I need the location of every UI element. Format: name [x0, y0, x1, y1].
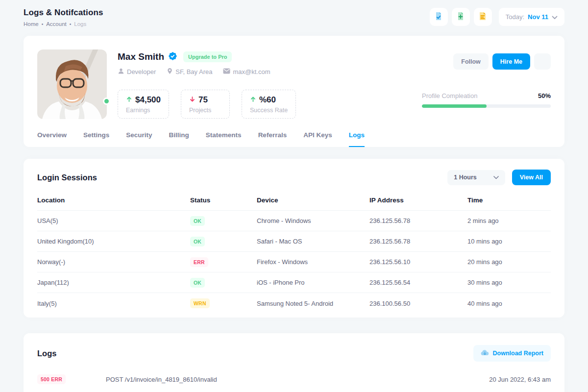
tab-referrals[interactable]: Referrals [258, 131, 287, 147]
column-time: Time [467, 196, 551, 204]
document-check-icon [434, 11, 443, 23]
logs-title: Logs [37, 349, 56, 358]
date-selector[interactable]: Today: Nov 11 [499, 8, 564, 26]
document-plus-button[interactable] [452, 8, 470, 26]
follow-button[interactable]: Follow [453, 53, 489, 70]
cell-ip: 236.125.56.78 [369, 238, 467, 245]
stat-success-rate: %60 Success Rate [242, 90, 296, 119]
table-header-row: Location Status Device IP Address Time [37, 190, 551, 211]
column-location: Location [37, 196, 190, 204]
topbar-left: Logs & Notifcations Home • Account • Log… [24, 8, 103, 27]
profile-right: Follow Hire Me Profile Compleation 50% [422, 49, 551, 119]
more-options-button[interactable] [534, 53, 551, 70]
profile-meta: Developer SF, Bay Area max@kt.com [118, 68, 407, 76]
table-row: Japan(112) OK iOS - iPhone Pro 236.125.5… [37, 272, 551, 293]
cell-location: Norway(-) [37, 258, 190, 266]
status-badge: ERR [190, 257, 208, 267]
hire-me-button[interactable]: Hire Me [492, 53, 530, 70]
status-badge: WRN [190, 298, 210, 308]
profile-top: Max Smith Upgrade to Pro Developer SF, B… [37, 49, 551, 119]
tab-statements[interactable]: Statements [206, 131, 242, 147]
login-sessions-card: Login Sessions 1 Hours View All Location… [24, 159, 564, 318]
document-lines-button[interactable] [474, 8, 492, 26]
meta-role-label: Developer [127, 68, 156, 75]
stat-projects-label: Projects [189, 107, 221, 114]
verified-badge-icon [169, 52, 177, 62]
logs-card: Logs Download Report 500 ERR POST /v1/in… [24, 333, 564, 392]
login-sessions-header: Login Sessions 1 Hours View All [37, 170, 551, 185]
table-row: Italy(5) WRN Samsung Noted 5- Android 23… [37, 293, 551, 314]
progress-label: Profile Compleation [422, 92, 477, 99]
breadcrumb: Home • Account • Logs [24, 21, 103, 27]
profile-tabs: Overview Settings Security Billing State… [37, 131, 551, 147]
stat-earnings: $4,500 Earnings [118, 90, 169, 119]
document-lines-icon [478, 11, 488, 23]
stat-earnings-label: Earnings [126, 107, 161, 114]
cell-time: 20 mins ago [467, 258, 551, 266]
meta-email-label: max@kt.com [233, 68, 270, 75]
cell-location: Italy(5) [37, 300, 190, 307]
status-badge: OK [190, 237, 205, 246]
profile-name: Max Smith [118, 51, 164, 62]
column-status: Status [190, 196, 257, 204]
table-row: Norway(-) ERR Firefox - Windows 236.125.… [37, 252, 551, 272]
download-report-button[interactable]: Download Report [473, 345, 551, 362]
stat-success-rate-value: %60 [259, 95, 276, 105]
cell-time: 30 mins ago [467, 279, 551, 286]
breadcrumb-separator: • [42, 22, 44, 27]
page: Logs & Notifcations Home • Account • Log… [0, 0, 588, 392]
date-value: Nov 11 [528, 13, 548, 21]
meta-email: max@kt.com [223, 68, 270, 75]
profile-actions: Follow Hire Me [422, 53, 551, 70]
chevron-down-icon [552, 13, 558, 22]
arrow-up-icon [126, 95, 132, 105]
table-row: USA(5) OK Chrome - Windows 236.125.56.78… [37, 211, 551, 231]
stat-success-rate-label: Success Rate [250, 107, 288, 114]
tab-overview[interactable]: Overview [37, 131, 67, 147]
status-badge: OK [190, 216, 205, 226]
status-badge: OK [190, 278, 205, 288]
breadcrumb-account[interactable]: Account [46, 21, 67, 27]
cell-device: Firefox - Windows [257, 258, 369, 266]
page-title: Logs & Notifcations [24, 8, 103, 18]
cell-location: Japan(112) [37, 279, 190, 286]
stat-projects-value: 75 [198, 95, 208, 105]
stat-earnings-value: $4,500 [135, 95, 161, 105]
breadcrumb-logs: Logs [74, 21, 86, 27]
stats-row: $4,500 Earnings 75 Projects [118, 90, 407, 119]
cell-device: Chrome - Windows [257, 217, 369, 224]
tab-security[interactable]: Security [126, 131, 152, 147]
tab-billing[interactable]: Billing [169, 131, 189, 147]
cell-time: 2 mins ago [467, 217, 551, 224]
tab-logs[interactable]: Logs [349, 131, 365, 147]
pin-icon [167, 68, 173, 76]
document-check-button[interactable] [430, 8, 448, 26]
topbar: Logs & Notifcations Home • Account • Log… [24, 8, 564, 27]
view-all-button[interactable]: View All [512, 170, 551, 185]
tab-settings[interactable]: Settings [83, 131, 109, 147]
download-report-label: Download Report [493, 350, 543, 357]
meta-role: Developer [118, 68, 156, 76]
profile-completion: Profile Compleation 50% [422, 92, 551, 108]
column-ip-address: IP Address [369, 196, 467, 204]
cell-ip: 236.125.56.78 [369, 217, 467, 224]
upgrade-to-pro-badge[interactable]: Upgrade to Pro [183, 51, 232, 62]
document-plus-icon [456, 11, 466, 23]
topbar-actions: Today: Nov 11 [430, 8, 564, 26]
mail-icon [223, 68, 230, 75]
cell-device: iOS - iPhone Pro [257, 279, 369, 286]
hours-filter-value: 1 Hours [454, 174, 477, 181]
cell-ip: 236.125.56.54 [369, 279, 467, 286]
chevron-down-icon [493, 174, 499, 181]
cell-ip: 236.100.56.50 [369, 300, 467, 307]
breadcrumb-home[interactable]: Home [24, 21, 39, 27]
cell-time: 40 mins ago [467, 300, 551, 307]
login-sessions-title: Login Sessions [37, 173, 97, 182]
cell-time: 10 mins ago [467, 238, 551, 245]
date-prefix: Today: [506, 13, 524, 21]
log-message: POST /v1/invoice/in_4819_8610/invalid [106, 376, 489, 383]
hours-filter-dropdown[interactable]: 1 Hours [447, 170, 505, 185]
table-row: United Kingdom(10) OK Safari - Mac OS 23… [37, 231, 551, 252]
breadcrumb-separator: • [70, 22, 72, 27]
tab-api-keys[interactable]: API Keys [303, 131, 332, 147]
